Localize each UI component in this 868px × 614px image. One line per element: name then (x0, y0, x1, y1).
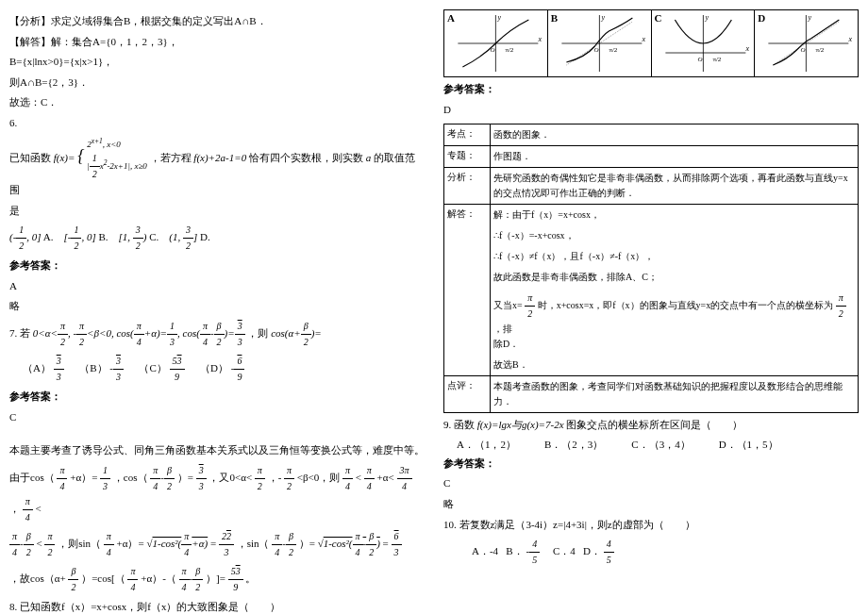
q9-C: C．（3，4） (631, 438, 690, 452)
answer-label-2: 参考答案： (9, 389, 425, 406)
q6-options: (-12, 0] A. [-12, 0] B. [1, 32) C. (1, 3… (9, 223, 425, 254)
q9: 9. 函数 f(x)=lgx与g(x)=7-2x 图象交点的横坐标所在区间是（ … (443, 417, 859, 434)
row-head: 专题： (444, 146, 491, 167)
q7-A: （A） (23, 362, 51, 373)
svg-text:x: x (848, 35, 853, 43)
solve-1: 【解答】解：集合A={0，1，2，3}， (9, 34, 425, 51)
table-row: 解答： 解：由于f（x）=x+cosx， ∴f（-x）=-x+cosx， ∴f（… (444, 205, 858, 376)
explain-2: 由于cos（ π4 +α）= 13 ，cos（ π4-β2 ）= 33 ，又0<… (9, 463, 425, 525)
graph-B: B xyOπ/2 (548, 10, 652, 76)
q10: 10. 若复数z满足（3-4i）z=|4+3i|，则z的虚部为（ ） (443, 517, 859, 534)
graph-answer: D (443, 102, 859, 119)
q7-C: （C） (139, 362, 166, 373)
row-head: 解答： (444, 205, 491, 375)
q9-skip: 略 (443, 496, 859, 513)
q7-text: 7. 若 0<α<π2, -π2<β<0, cos(π4+α)=13, cos(… (9, 319, 425, 350)
solve-2: B={x|lnx>0}={x|x>1}， (9, 54, 425, 71)
q6-part-a: 已知函数 (9, 152, 51, 163)
explain-1: 本题主要考查了诱导公式、同角三角函数基本关系式以及三角恒等变换公式等，难度中等。 (9, 442, 425, 459)
r4-line: 又当x= π2 时，x+cosx=x，即f（x）的图象与直线y=x的交点中有一个… (493, 290, 855, 337)
q10-B: B． -45 (506, 545, 542, 556)
q6-skip: 略 (9, 298, 425, 315)
page: 【分析】求定义域得集合B，根据交集的定义写出A∩B． 【解答】解：集合A={0，… (9, 9, 859, 614)
q6-A: (-12, 0] A. (9, 231, 56, 242)
q6-D: (1, 32] D. (169, 231, 209, 242)
q6-number: 6. (9, 115, 425, 132)
table-row: 分析： 先研究函数的奇偶性知它是非奇非偶函数，从而排除两个选项，再看此函数与直线… (444, 168, 858, 205)
solution-table: 考点： 函数的图象． 专题： 作图题． 分析： 先研究函数的奇偶性知它是非奇非偶… (443, 124, 859, 413)
q6-B: [-12, 0] B. (63, 231, 110, 242)
explain-4: ，故cos（α+ β2 ）=cos[（ π4 +α）-（ π4-β2 ）]= 5… (9, 564, 425, 595)
q6-part-e: 是 (9, 203, 425, 220)
r4-line: 除D． (493, 337, 855, 352)
q9-func: f(x)=lgx与g(x)=7-2x (477, 419, 564, 430)
q9-answer: C (443, 475, 859, 492)
q7-D-val: -69 (231, 362, 245, 373)
q9-D: D．（1，5） (719, 438, 778, 452)
answer-label-g: 参考答案： (443, 81, 859, 98)
analysis: 【分析】求定义域得集合B，根据交集的定义写出A∩B． (9, 13, 425, 30)
row-content: 本题考查函数的图象，考查同学们对函数基础知识的把握程度以及数形结合的思维能力． (491, 376, 858, 412)
svg-text:y: y (808, 13, 812, 22)
q6-var: a (366, 152, 372, 163)
graph-A: A xyOπ/2 (444, 10, 548, 76)
svg-text:x: x (744, 44, 749, 53)
q6-answer: A (9, 278, 425, 295)
q10-C: C．4 (553, 545, 576, 556)
r4-line: 故选B． (493, 357, 855, 373)
q10-A: A．-4 (472, 545, 498, 556)
svg-text:π/2: π/2 (816, 46, 825, 54)
q6-part-c: 恰有四个实数根，则实数 (249, 152, 363, 163)
row-content: 函数的图象． (491, 124, 858, 145)
svg-text:π/2: π/2 (712, 56, 721, 63)
svg-text:x: x (641, 35, 645, 43)
graph-D: D xyOπ/2 (755, 10, 858, 76)
q6-eq: f(x)+2a-1=0 (193, 152, 246, 163)
explain-3: π4-β2 < π2 ，则sin（ π4 +α）= √1-cos²(π4+α) … (9, 529, 425, 560)
svg-text:O: O (801, 46, 806, 54)
q10-D: D． 45 (583, 545, 614, 556)
q7-D: （D） (200, 362, 228, 373)
graph-C: C xyOπ/2 (652, 10, 756, 76)
r4-line: 解：由于f（x）=x+cosx， (493, 207, 855, 223)
svg-text:y: y (704, 13, 709, 22)
row-content: 解：由于f（x）=x+cosx， ∴f（-x）=-x+cosx， ∴f（-x）≠… (491, 205, 858, 375)
row-head: 分析： (444, 168, 491, 204)
row-head: 点评： (444, 376, 491, 412)
q9-B: B．（2，3） (544, 438, 603, 452)
row-content: 先研究函数的奇偶性知它是非奇非偶函数，从而排除两个选项，再看此函数与直线y=x的… (491, 168, 858, 204)
solve-4: 故选：C． (9, 94, 425, 111)
answer-label-9: 参考答案： (443, 456, 859, 473)
r4-line: 故此函数是非奇非偶函数，排除A、C； (493, 270, 855, 285)
row-head: 考点： (444, 124, 491, 145)
q7-tail: ，则 (247, 327, 268, 339)
q7-num: 7. 若 (9, 327, 30, 339)
table-row: 点评： 本题考查函数的图象，考查同学们对函数基础知识的把握程度以及数形结合的思维… (444, 376, 858, 412)
q6-func: f(x)= { 2x+1, x<0 |12x2-2x+1|, x≥0 (54, 152, 150, 163)
q9-options: A．（1，2） B．（2，3） C．（3，4） D．（1，5） (443, 438, 859, 452)
q10-options: A．-4 B． -45 C．4 D． 45 (443, 537, 859, 568)
q9-A: A．（1，2） (457, 438, 516, 452)
solve-3: 则A∩B={2，3}． (9, 75, 425, 91)
row-content: 作图题． (491, 146, 858, 167)
svg-text:y: y (600, 13, 605, 22)
q6-text: 已知函数 f(x)= { 2x+1, x<0 |12x2-2x+1|, x≥0 … (9, 136, 425, 199)
q7-answer: C (9, 409, 425, 426)
svg-text:y: y (496, 13, 501, 22)
table-row: 专题： 作图题． (444, 146, 858, 168)
q7-A-val: 33 (54, 362, 64, 373)
svg-text:π/2: π/2 (505, 46, 513, 54)
q7-B: （B） (79, 362, 107, 373)
q8: 8. 已知函数f（x）=x+cosx，则f（x）的大致图象是（ ） (9, 599, 425, 614)
q6-C: [1, 32) C. (119, 231, 162, 242)
q7-cond: 0<α<π2, -π2<β<0, cos(π4+α)=13, cos(π4-β2… (33, 327, 248, 339)
r4-line: ∴f（-x）≠f（x），且f（-x）≠-f（x）， (493, 249, 855, 264)
svg-text:O: O (697, 56, 702, 63)
left-column: 【分析】求定义域得集合B，根据交集的定义写出A∩B． 【解答】解：集合A={0，… (9, 9, 425, 614)
answer-label-1: 参考答案： (9, 257, 425, 274)
table-row: 考点： 函数的图象． (444, 124, 858, 146)
q7-target: cos(α+β2)= (271, 327, 322, 339)
q6-part-b: ，若方程 (150, 152, 192, 163)
svg-text:x: x (537, 35, 542, 43)
graph-options: A xyOπ/2 B xyOπ/2 C xyOπ/2 D xyOπ/2 (443, 9, 859, 77)
